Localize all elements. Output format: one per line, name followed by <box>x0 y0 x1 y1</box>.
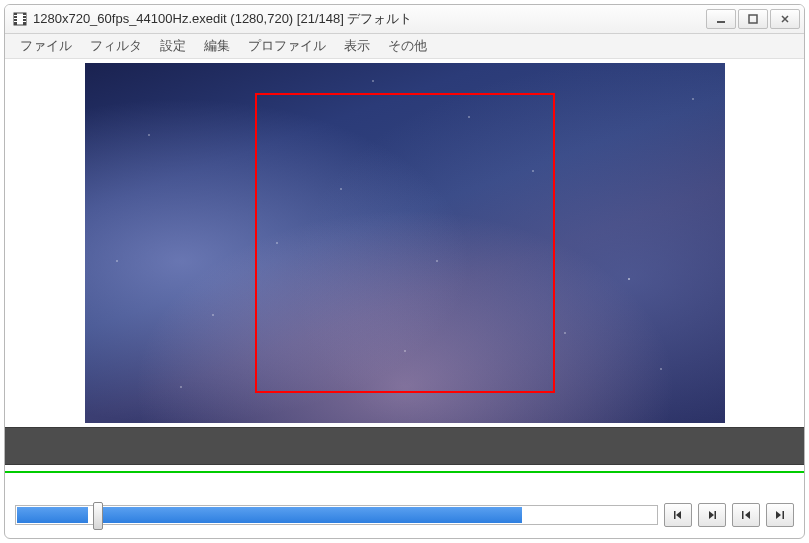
next-frame-button[interactable] <box>698 503 726 527</box>
window-title: 1280x720_60fps_44100Hz.exedit (1280,720)… <box>33 10 412 28</box>
menu-file[interactable]: ファイル <box>13 35 79 57</box>
app-icon <box>13 12 27 26</box>
svg-rect-6 <box>717 21 725 23</box>
seek-slider[interactable] <box>15 505 658 525</box>
minimize-button[interactable] <box>706 9 736 29</box>
preview-area <box>5 59 804 427</box>
svg-rect-9 <box>715 511 717 519</box>
menu-profile[interactable]: プロファイル <box>241 35 333 57</box>
svg-rect-11 <box>783 511 785 519</box>
seek-range-a <box>17 507 88 523</box>
crop-selection-box[interactable] <box>255 93 555 393</box>
svg-rect-7 <box>749 15 757 23</box>
svg-rect-4 <box>14 18 26 19</box>
menu-filter[interactable]: フィルタ <box>83 35 149 57</box>
timeline-strip <box>5 427 804 465</box>
svg-rect-5 <box>14 21 26 22</box>
spacer <box>5 473 804 497</box>
menu-setting[interactable]: 設定 <box>153 35 193 57</box>
close-button[interactable] <box>770 9 800 29</box>
menu-edit[interactable]: 編集 <box>197 35 237 57</box>
seek-range-b <box>99 507 522 523</box>
transport-bar <box>5 497 804 533</box>
svg-rect-10 <box>742 511 744 519</box>
menu-other[interactable]: その他 <box>381 35 434 57</box>
go-start-button[interactable] <box>732 503 760 527</box>
svg-rect-8 <box>674 511 676 519</box>
maximize-button[interactable] <box>738 9 768 29</box>
svg-rect-3 <box>14 15 26 16</box>
go-end-button[interactable] <box>766 503 794 527</box>
seek-thumb[interactable] <box>93 502 103 530</box>
prev-frame-button[interactable] <box>664 503 692 527</box>
timeline-marker-line <box>5 465 804 473</box>
app-window: 1280x720_60fps_44100Hz.exedit (1280,720)… <box>4 4 805 539</box>
menubar: ファイル フィルタ 設定 編集 プロファイル 表示 その他 <box>5 34 804 59</box>
menu-view[interactable]: 表示 <box>337 35 377 57</box>
titlebar: 1280x720_60fps_44100Hz.exedit (1280,720)… <box>5 5 804 34</box>
preview-canvas[interactable] <box>85 63 725 423</box>
